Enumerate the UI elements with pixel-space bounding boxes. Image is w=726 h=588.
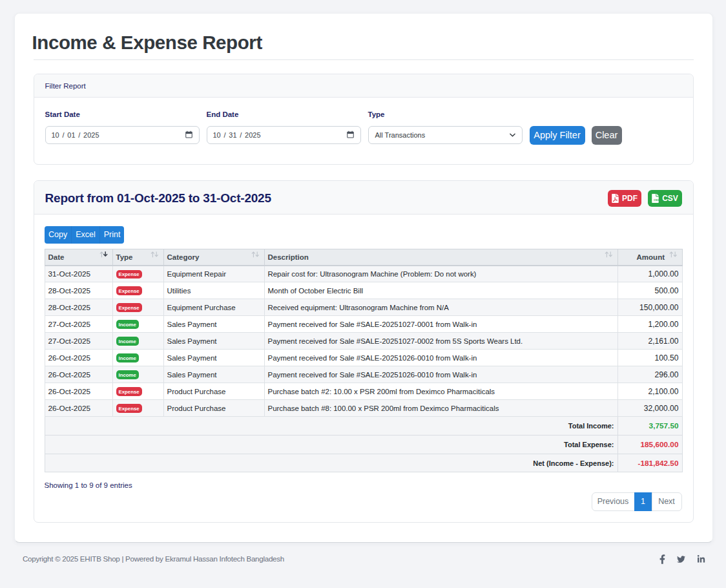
svg-text:CSV: CSV bbox=[654, 198, 659, 202]
